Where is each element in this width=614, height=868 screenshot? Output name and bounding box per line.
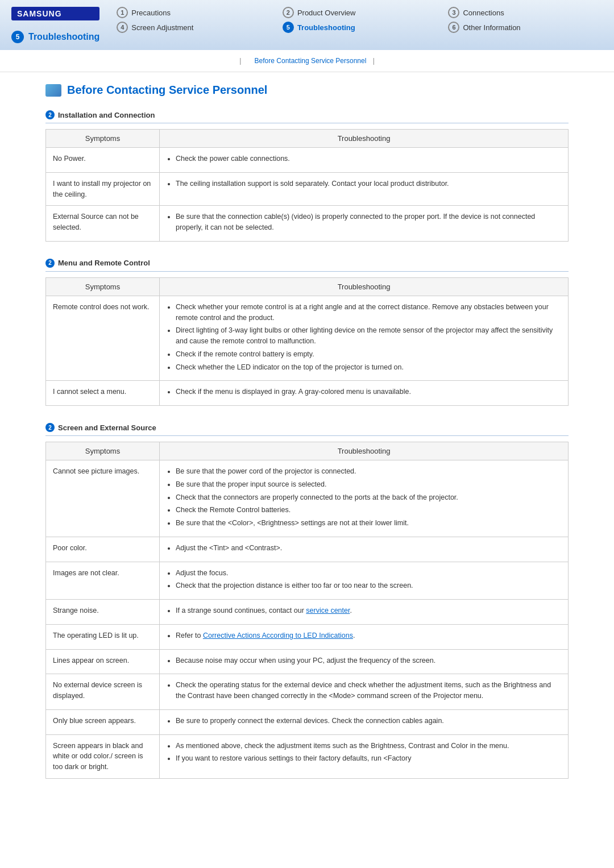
active-nav-item: 5 Troubleshooting xyxy=(11,31,99,43)
symptom-cell: No external device screen is displayed. xyxy=(46,674,160,710)
troubleshooting-cell: Refer to Corrective Actions According to… xyxy=(160,624,569,649)
title-icon xyxy=(45,84,61,97)
breadcrumb-link[interactable]: Before Contacting Service Personnel xyxy=(255,57,367,65)
symptom-cell: I want to install my projector on the ce… xyxy=(46,172,160,206)
symptom-cell: Remote control does not work. xyxy=(46,296,160,381)
symptom-cell: No Power. xyxy=(46,148,160,173)
table-row: Poor color. Adjust the <Tint> and <Contr… xyxy=(46,537,569,562)
service-center-link[interactable]: service center xyxy=(306,607,350,614)
symptom-cell: Screen appears in black and white or odd… xyxy=(46,734,160,778)
breadcrumb-bar: | Before Contacting Service Personnel | xyxy=(0,50,614,72)
symptom-cell: External Source can not be selected. xyxy=(46,206,160,242)
nav-circle-6: 6 xyxy=(448,22,459,33)
table-row: Lines appear on screen. Because noise ma… xyxy=(46,649,569,674)
main-content: Before Contacting Service Personnel 2 In… xyxy=(23,72,591,807)
table-row: The operating LED is lit up. Refer to Co… xyxy=(46,624,569,649)
nav-circle-4: 4 xyxy=(117,22,128,33)
nav-label-5: Troubleshooting xyxy=(297,23,355,32)
troubleshooting-cell: Adjust the <Tint> and <Contrast>. xyxy=(160,537,569,562)
nav-label-4: Screen Adjustment xyxy=(131,23,193,32)
table-row: I want to install my projector on the ce… xyxy=(46,172,569,206)
nav-circle-2: 2 xyxy=(283,7,294,18)
table-row: Images are not clear. Adjust the focus. … xyxy=(46,562,569,600)
nav-label-2: Product Overview xyxy=(297,9,356,17)
nav-label-1: Precautions xyxy=(131,9,171,17)
table-menu: Symptoms Troubleshooting Remote control … xyxy=(45,277,569,406)
troubleshooting-cell: Check the power cable connections. xyxy=(160,148,569,173)
col-troubleshooting-3: Troubleshooting xyxy=(160,442,569,460)
troubleshooting-cell: Check the operating status for the exter… xyxy=(160,674,569,710)
symptom-cell: I cannot select a menu. xyxy=(46,381,160,406)
col-troubleshooting-1: Troubleshooting xyxy=(160,130,569,148)
symptom-cell: Lines appear on screen. xyxy=(46,649,160,674)
breadcrumb-separator-left: | xyxy=(239,57,241,65)
col-symptoms-2: Symptoms xyxy=(46,277,160,296)
nav-label-3: Connections xyxy=(463,9,504,17)
table-row: I cannot select a menu. Check if the men… xyxy=(46,381,569,406)
table-row: Cannot see picture images. Be sure that … xyxy=(46,460,569,537)
col-troubleshooting-2: Troubleshooting xyxy=(160,277,569,296)
symptom-cell: The operating LED is lit up. xyxy=(46,624,160,649)
section-circle-3: 2 xyxy=(45,423,55,432)
active-circle: 5 xyxy=(11,31,24,43)
table-row: Only blue screen appears. Be sure to pro… xyxy=(46,709,569,734)
page-title: Before Contacting Service Personnel xyxy=(67,84,267,97)
symptom-cell: Images are not clear. xyxy=(46,562,160,600)
troubleshooting-cell: Adjust the focus. Check that the project… xyxy=(160,562,569,600)
col-symptoms-1: Symptoms xyxy=(46,130,160,148)
troubleshooting-cell: If a strange sound continues, contact ou… xyxy=(160,600,569,625)
troubleshooting-cell: Be sure that the power cord of the proje… xyxy=(160,460,569,537)
table-installation: Symptoms Troubleshooting No Power. Check… xyxy=(45,129,569,242)
section-installation-header: 2 Installation and Connection xyxy=(45,110,569,123)
symptom-cell: Cannot see picture images. xyxy=(46,460,160,537)
table-row: Screen appears in black and white or odd… xyxy=(46,734,569,778)
troubleshooting-cell: The ceiling installation support is sold… xyxy=(160,172,569,206)
section-title-3: Screen and External Source xyxy=(58,423,156,432)
samsung-logo: SAMSUNG xyxy=(11,7,99,20)
symptom-cell: Only blue screen appears. xyxy=(46,709,160,734)
section-screen-header: 2 Screen and External Source xyxy=(45,423,569,436)
table-row: No Power. Check the power cable connecti… xyxy=(46,148,569,173)
troubleshooting-cell: Check whether your remote control is at … xyxy=(160,296,569,381)
nav-precautions[interactable]: 1 Precautions xyxy=(117,7,271,18)
section-circle-1: 2 xyxy=(45,110,55,119)
nav-screen-adjustment[interactable]: 4 Screen Adjustment xyxy=(117,22,271,33)
table-row: External Source can not be selected. Be … xyxy=(46,206,569,242)
nav-circle-3: 3 xyxy=(448,7,459,18)
nav-circle-5: 5 xyxy=(283,22,294,33)
page-header: SAMSUNG 5 Troubleshooting 1 Precautions … xyxy=(0,0,614,50)
nav-label-6: Other Information xyxy=(463,23,520,32)
troubleshooting-cell: Be sure that the connection cable(s) (vi… xyxy=(160,206,569,242)
troubleshooting-cell: Check if the menu is displayed in gray. … xyxy=(160,381,569,406)
col-symptoms-3: Symptoms xyxy=(46,442,160,460)
troubleshooting-cell: As mentioned above, check the adjustment… xyxy=(160,734,569,778)
breadcrumb-separator-right: | xyxy=(373,57,375,65)
table-row: Remote control does not work. Check whet… xyxy=(46,296,569,381)
nav-grid: 1 Precautions 2 Product Overview 3 Conne… xyxy=(117,7,603,33)
nav-connections[interactable]: 3 Connections xyxy=(448,7,603,18)
active-label: Troubleshooting xyxy=(28,32,99,42)
table-row: No external device screen is displayed. … xyxy=(46,674,569,710)
table-row: Strange noise. If a strange sound contin… xyxy=(46,600,569,625)
symptom-cell: Strange noise. xyxy=(46,600,160,625)
nav-other-information[interactable]: 6 Other Information xyxy=(448,22,603,33)
led-link[interactable]: Corrective Actions According to LED Indi… xyxy=(203,632,353,639)
nav-troubleshooting[interactable]: 5 Troubleshooting xyxy=(283,22,437,33)
section-title-1: Installation and Connection xyxy=(58,111,155,119)
troubleshooting-cell: Be sure to properly connect the external… xyxy=(160,709,569,734)
section-menu-header: 2 Menu and Remote Control xyxy=(45,259,569,272)
symptom-cell: Poor color. xyxy=(46,537,160,562)
troubleshooting-cell: Because noise may occur when using your … xyxy=(160,649,569,674)
table-screen: Symptoms Troubleshooting Cannot see pict… xyxy=(45,442,569,779)
nav-product-overview[interactable]: 2 Product Overview xyxy=(283,7,437,18)
section-circle-2: 2 xyxy=(45,259,55,268)
page-title-row: Before Contacting Service Personnel xyxy=(45,84,569,97)
nav-circle-1: 1 xyxy=(117,7,128,18)
section-title-2: Menu and Remote Control xyxy=(58,259,150,267)
